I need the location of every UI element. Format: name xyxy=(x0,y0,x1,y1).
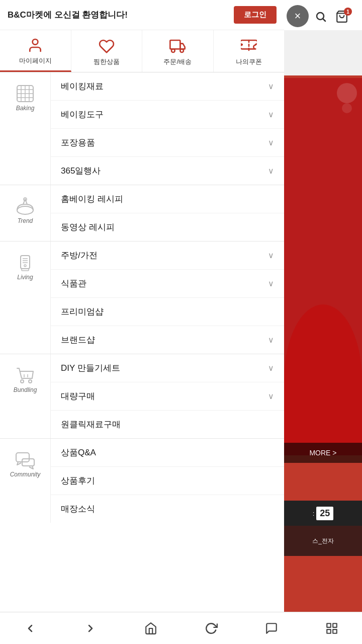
nav-wishlist-label: 찜한상품 xyxy=(94,57,120,66)
menu-item-packaging[interactable]: 포장용품 ∨ xyxy=(51,129,284,157)
svg-rect-29 xyxy=(327,623,331,627)
nav-orders-label: 주문/배송 xyxy=(163,57,192,66)
nav-coupon[interactable]: 나의쿠폰 xyxy=(214,30,285,72)
community-label: Community xyxy=(10,471,41,478)
baking-label: Baking xyxy=(16,105,35,112)
menu-scroll-area[interactable]: Baking 베이킹재료 ∨ 베이킹도구 ∨ 포장용품 ∨ 365일행사 ∨ xyxy=(0,72,284,644)
svg-rect-30 xyxy=(333,623,337,627)
grid-icon xyxy=(325,622,338,635)
drawer-topbar: B&C마켓에 오신걸 환영합니다! 로그인 xyxy=(0,0,284,30)
chevron-icon: ∨ xyxy=(268,138,274,147)
menu-item-premium-shop[interactable]: 프리미엄샵 xyxy=(51,298,284,326)
trend-icon xyxy=(14,195,36,217)
cart-icon[interactable]: 1 xyxy=(335,10,348,23)
menu-item-diy-kit[interactable]: DIY 만들기세트 ∨ xyxy=(51,354,284,382)
bg-nav-strip xyxy=(284,30,362,75)
heart-icon xyxy=(99,38,115,54)
category-section-trend: Trend 홈베이킹 레시피 동영상 레시피 xyxy=(0,185,284,242)
back-icon xyxy=(24,622,36,634)
svg-rect-31 xyxy=(327,629,331,633)
svg-rect-32 xyxy=(333,629,337,633)
svg-rect-18 xyxy=(22,269,29,271)
menu-item-product-qa[interactable]: 상품Q&A xyxy=(51,439,284,467)
cart-badge: 1 xyxy=(344,8,352,16)
chevron-icon: ∨ xyxy=(268,166,274,176)
svg-point-3 xyxy=(33,39,38,45)
menu-item-label: 상품Q&A xyxy=(61,447,96,458)
bg-small-text: 스_전자 xyxy=(312,537,334,545)
ticket-icon xyxy=(241,38,257,54)
nav-orders[interactable]: 주문/배송 xyxy=(142,30,214,72)
person-icon xyxy=(27,37,43,53)
menu-item-video-recipe[interactable]: 동영상 레시피 xyxy=(51,213,284,241)
menu-item-food[interactable]: 식품관 ∨ xyxy=(51,270,284,298)
chevron-icon: ∨ xyxy=(268,363,274,373)
community-icon-col: Community xyxy=(0,439,50,523)
forward-icon xyxy=(84,622,97,634)
menu-item-one-click-purchase[interactable]: 원클릭재료구매 xyxy=(51,411,284,438)
login-button[interactable]: 로그인 xyxy=(234,6,277,24)
nav-chat-button[interactable] xyxy=(241,612,302,644)
refresh-icon xyxy=(205,622,218,635)
search-icon[interactable] xyxy=(312,8,330,26)
nav-mypage[interactable]: 마이페이지 xyxy=(0,30,71,72)
svg-point-6 xyxy=(180,49,184,52)
bg-more-button[interactable]: MORE > xyxy=(284,443,362,463)
nav-forward-button[interactable] xyxy=(60,612,121,644)
bundling-label: Bundling xyxy=(14,386,37,393)
cart-icon-wrapper[interactable]: 1 xyxy=(331,8,353,26)
living-menu-col: 주방/가전 ∨ 식품관 ∨ 프리미엄샵 브랜드샵 ∨ xyxy=(50,242,284,354)
menu-item-baking-ingredients[interactable]: 베이킹재료 ∨ xyxy=(51,72,284,101)
bg-timer-colon: : xyxy=(313,510,315,517)
menu-item-label: 베이킹재료 xyxy=(61,80,104,92)
nav-back-button[interactable] xyxy=(0,612,60,644)
nav-grid-button[interactable] xyxy=(302,612,362,644)
svg-rect-4 xyxy=(170,40,180,49)
menu-item-bulk-purchase[interactable]: 대량구매 ∨ xyxy=(51,382,284,411)
menu-item-product-review[interactable]: 상품후기 xyxy=(51,467,284,495)
menu-item-homebaking-recipe[interactable]: 홈베이킹 레시피 xyxy=(51,185,284,213)
nav-icons-row: 마이페이지 찜한상품 주문/배송 나의쿠폰 xyxy=(0,30,284,72)
menu-item-label: 상품후기 xyxy=(61,475,95,487)
category-section-living: Living 주방/가전 ∨ 식품관 ∨ 프리미엄샵 브랜드샵 ∨ xyxy=(0,242,284,354)
baking-icon xyxy=(14,83,36,105)
trend-label: Trend xyxy=(18,217,33,224)
menu-item-store-news[interactable]: 매장소식 xyxy=(51,495,284,523)
svg-point-23 xyxy=(21,380,24,383)
category-section-baking: Baking 베이킹재료 ∨ 베이킹도구 ∨ 포장용품 ∨ 365일행사 ∨ xyxy=(0,72,284,185)
chevron-icon: ∨ xyxy=(268,110,274,119)
bottom-nav xyxy=(0,612,362,644)
chat-icon xyxy=(265,622,278,635)
menu-item-label: 주방/가전 xyxy=(61,250,98,261)
chevron-icon: ∨ xyxy=(268,391,274,401)
menu-item-label: 홈베이킹 레시피 xyxy=(61,193,123,205)
menu-item-label: 대량구매 xyxy=(61,390,95,402)
category-section-bundling: Bundling DIY 만들기세트 ∨ 대량구매 ∨ 원클릭재료구매 xyxy=(0,354,284,439)
nav-coupon-label: 나의쿠폰 xyxy=(236,57,262,66)
menu-item-label: 프리미엄샵 xyxy=(61,306,104,317)
menu-item-label: 원클릭재료구매 xyxy=(61,419,121,430)
menu-item-brand-shop[interactable]: 브랜드샵 ∨ xyxy=(51,326,284,354)
menu-item-label: 식품관 xyxy=(61,278,86,289)
living-label: Living xyxy=(17,274,33,281)
menu-item-baking-tools[interactable]: 베이킹도구 ∨ xyxy=(51,101,284,129)
community-menu-col: 상품Q&A 상품후기 매장소식 xyxy=(50,439,284,523)
chevron-icon: ∨ xyxy=(268,335,274,345)
close-button[interactable]: × xyxy=(287,5,309,27)
nav-wishlist[interactable]: 찜한상품 xyxy=(71,30,143,72)
bundling-menu-col: DIY 만들기세트 ∨ 대량구매 ∨ 원클릭재료구매 xyxy=(50,354,284,438)
chevron-icon: ∨ xyxy=(268,251,274,260)
drawer-panel: B&C마켓에 오신걸 환영합니다! 로그인 마이페이지 찜한상품 주문 xyxy=(0,0,284,644)
menu-item-label: 베이킹도구 xyxy=(61,109,104,120)
bundling-icon xyxy=(14,364,36,386)
nav-home-button[interactable] xyxy=(121,612,181,644)
community-icon xyxy=(14,449,36,471)
baking-icon-col: Baking xyxy=(0,72,50,185)
menu-item-365events[interactable]: 365일행사 ∨ xyxy=(51,157,284,185)
svg-point-15 xyxy=(17,206,33,214)
living-icon xyxy=(14,252,36,274)
nav-refresh-button[interactable] xyxy=(181,612,241,644)
bg-timer-area: : 25 xyxy=(284,501,362,526)
svg-line-1 xyxy=(323,19,326,22)
menu-item-kitchen-appliance[interactable]: 주방/가전 ∨ xyxy=(51,242,284,270)
